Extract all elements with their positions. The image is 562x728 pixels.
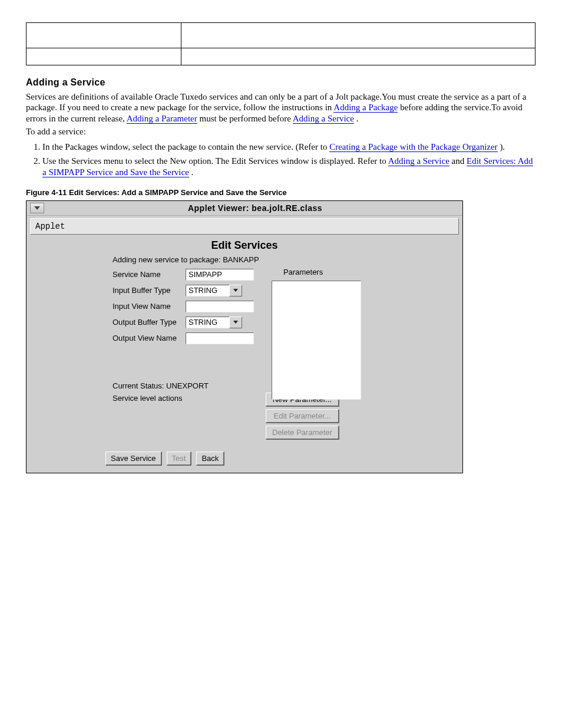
link-adding-parameter[interactable]: Adding a Package [333, 103, 398, 113]
text: . [191, 167, 194, 177]
dropdown-button[interactable] [229, 285, 242, 297]
step-item: Use the Services menu to select the New … [42, 156, 536, 177]
form-area: Parameters Service Name Input Buffer Typ… [113, 266, 459, 346]
service-actions-label: Service level actions [113, 393, 266, 440]
figure-caption: Figure 4-11 Edit Services: Add a SIMPAPP… [26, 188, 536, 197]
text: must be performed before [199, 114, 292, 123]
menu-bar: Applet [30, 218, 459, 235]
service-name-label: Service Name [113, 270, 186, 279]
text: and [452, 156, 467, 166]
parameters-label: Parameters [283, 268, 323, 276]
output-buffer-select[interactable] [186, 317, 242, 328]
link-adding-service-2[interactable]: Adding a Service [388, 156, 449, 166]
table-cell [181, 48, 535, 65]
back-button[interactable]: Back [196, 452, 224, 466]
text: Use the [42, 156, 71, 166]
input-view-label: Input View Name [113, 302, 186, 311]
test-button[interactable]: Test [167, 452, 192, 466]
output-view-input[interactable] [186, 332, 254, 344]
dropdown-button[interactable] [229, 317, 242, 328]
top-empty-table [26, 22, 535, 65]
chevron-down-icon [233, 321, 238, 324]
subtitle: Adding new service to package: BANKAPP [113, 255, 459, 264]
applet-window: Applet Viewer: bea.jolt.RE.class Applet … [26, 200, 463, 473]
chevron-down-icon [233, 289, 238, 292]
output-view-label: Output View Name [113, 334, 186, 342]
output-buffer-label: Output Buffer Type [113, 318, 186, 327]
step-item: In the Packages window, select the packa… [42, 141, 536, 152]
window-title: Applet Viewer: bea.jolt.RE.class [48, 203, 462, 213]
link-creating-package[interactable]: Creating a Package with the Package Orga… [329, 142, 497, 152]
input-buffer-label: Input Buffer Type [113, 286, 186, 295]
bottom-button-row: Save Service Test Back [105, 452, 459, 466]
text: option. The Edit Services window is disp… [189, 156, 388, 166]
current-status-label: Current Status: UNEXPORT [113, 381, 272, 390]
window-titlebar: Applet Viewer: bea.jolt.RE.class [27, 201, 462, 216]
text: In the Packages window, select the packa… [42, 142, 329, 151]
menu-applet[interactable]: Applet [35, 222, 65, 231]
save-service-button[interactable]: Save Service [105, 452, 162, 466]
parameters-listbox[interactable] [272, 281, 361, 400]
text: New [170, 156, 186, 166]
input-buffer-value[interactable] [186, 285, 229, 297]
chevron-down-icon [34, 206, 40, 210]
table-cell [181, 23, 535, 48]
section-heading: Adding a Service [26, 77, 536, 88]
actions-row: Service level actions New Parameter... E… [113, 393, 459, 440]
service-name-input[interactable] [186, 269, 254, 281]
text: Services menu [71, 156, 123, 166]
intro-paragraph: Services are definitions of available Or… [26, 91, 536, 124]
link-adding-parameter-2[interactable]: Adding a Parameter [127, 114, 197, 124]
text: . [356, 114, 359, 123]
text: ). [500, 142, 505, 151]
system-menu-icon[interactable] [30, 203, 44, 213]
panel-title: Edit Services [30, 239, 459, 252]
table-cell [27, 48, 181, 65]
edit-parameter-button[interactable]: Edit Parameter... [266, 409, 339, 423]
text: to select the [125, 156, 170, 166]
steps-list: In the Packages window, select the packa… [26, 141, 536, 177]
steps-intro: To add a service: [26, 126, 536, 137]
table-cell [27, 23, 181, 48]
link-adding-service[interactable]: Adding a Service [293, 114, 354, 124]
delete-parameter-button[interactable]: Delete Parameter [266, 426, 339, 440]
applet-body: Edit Services Adding new service to pack… [27, 236, 462, 473]
input-view-input[interactable] [186, 301, 254, 312]
input-buffer-select[interactable] [186, 285, 242, 297]
output-buffer-value[interactable] [186, 317, 229, 328]
